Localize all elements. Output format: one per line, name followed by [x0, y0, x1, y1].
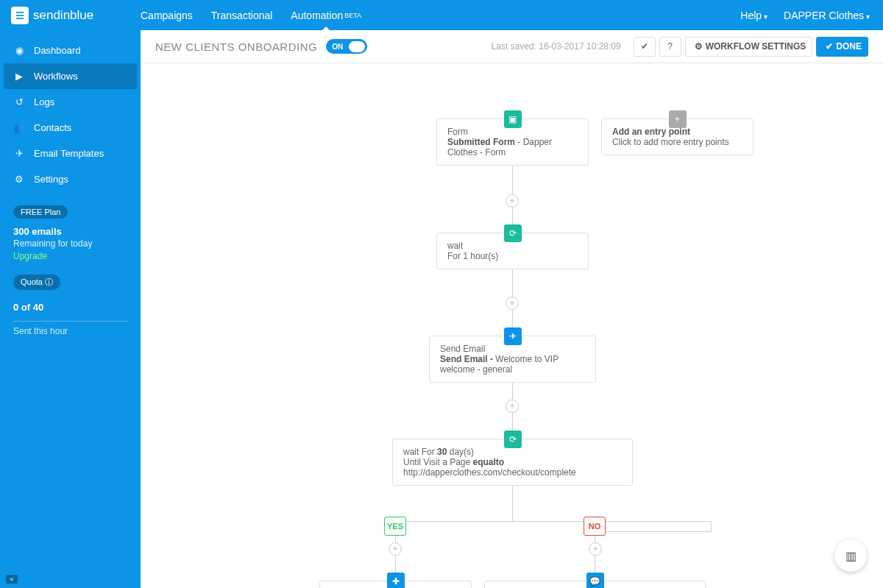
sidebar-item-settings[interactable]: ⚙Settings — [0, 166, 141, 192]
quota-pill: Quota ⓘ — [13, 274, 60, 290]
sidebar-item-logs[interactable]: ↺Logs — [0, 89, 141, 115]
sent-this-hour: Sent this hour — [0, 322, 141, 341]
wait-icon: ⟳ — [504, 431, 522, 448]
node-wait-until[interactable]: ⟳ wait For 30 day(s) Until Visit a Page … — [392, 439, 633, 486]
logs-icon: ↺ — [13, 96, 25, 107]
sms-icon: 💬 — [586, 573, 604, 588]
logo-icon — [11, 7, 29, 24]
workflow-title: NEW CLIENTS ONBOARDING — [155, 40, 317, 53]
emails-remaining: 300 emails — [13, 226, 127, 237]
remaining-label: Remaining for today — [13, 238, 127, 249]
workflow-canvas[interactable]: ▣ Form Submitted Form - Dapper Clothes -… — [141, 63, 883, 588]
sidebar-item-workflows[interactable]: ▶Workflows — [4, 63, 137, 89]
form-icon: ▣ — [504, 110, 522, 128]
brand-name: sendinblue — [33, 8, 93, 23]
plan-block: FREE Plan 300 emails Remaining for today… — [0, 192, 141, 274]
email-icon: ✈ — [13, 148, 25, 159]
nav-right: Help▾ DAPPER Clothes▾ — [740, 10, 883, 21]
node-form-submitted[interactable]: ▣ Form Submitted Form - Dapper Clothes -… — [436, 118, 589, 166]
gear-icon: ⚙ — [695, 41, 703, 52]
collapse-sidebar-button[interactable]: « — [6, 575, 18, 584]
toolbar: NEW CLIENTS ONBOARDING ON Last saved: 16… — [141, 30, 883, 63]
plan-pill: FREE Plan — [13, 205, 68, 219]
quota-value: 0 of 40 — [0, 297, 141, 315]
branch-no[interactable]: NO — [584, 517, 606, 536]
add-contact-icon: ✚ — [387, 573, 405, 588]
question-icon: ? — [667, 41, 673, 52]
sidebar: ◉Dashboard ▶Workflows ↺Logs 👥Contacts ✈E… — [0, 30, 141, 588]
node-add-contact[interactable]: ✚ Add Contact To a List Add Contact To a… — [319, 581, 472, 588]
workflow-settings-button[interactable]: ⚙WORKFLOW SETTINGS — [685, 37, 813, 57]
sidebar-item-contacts[interactable]: 👥Contacts — [0, 115, 141, 141]
top-nav: sendinblue Campaigns Transactional Autom… — [0, 0, 883, 30]
add-step-button[interactable]: + — [506, 297, 519, 310]
help-button[interactable]: ? — [659, 37, 681, 57]
contacts-icon: 👥 — [13, 122, 25, 133]
done-button[interactable]: ✔DONE — [816, 37, 868, 57]
check-icon: ✔ — [641, 41, 648, 52]
branch-yes[interactable]: YES — [384, 517, 406, 536]
toggle-knob — [349, 41, 365, 52]
nav-links: Campaigns Transactional AutomationBETA — [141, 0, 361, 30]
help-menu[interactable]: Help▾ — [740, 10, 767, 21]
dashboard-icon: ◉ — [13, 45, 25, 56]
workflows-icon: ▶ — [13, 71, 25, 82]
chevron-down-icon: ▾ — [866, 13, 870, 21]
info-icon: ⓘ — [45, 277, 53, 286]
plus-icon: + — [669, 110, 687, 128]
add-step-button[interactable]: + — [506, 400, 519, 413]
check-icon: ✔ — [826, 41, 833, 52]
node-send-email[interactable]: ✈ Send Email Send Email - Welcome to VIP… — [429, 336, 596, 383]
brand-logo[interactable]: sendinblue — [0, 7, 141, 24]
nav-automation[interactable]: AutomationBETA — [291, 0, 361, 30]
chart-icon: ▥ — [845, 549, 857, 563]
gear-icon: ⚙ — [13, 174, 25, 185]
node-wait[interactable]: ⟳ wait For 1 hour(s) — [436, 233, 589, 269]
node-add-entry-point[interactable]: + Add an entry point Click to add more e… — [601, 118, 753, 155]
nav-transactional[interactable]: Transactional — [211, 0, 273, 30]
sidebar-item-email-templates[interactable]: ✈Email Templates — [0, 141, 141, 166]
upgrade-link[interactable]: Upgrade — [13, 251, 127, 261]
node-send-sms[interactable]: 💬 Send Sms From Name - Dapper Message Co… — [484, 581, 706, 588]
nav-campaigns[interactable]: Campaigns — [141, 0, 193, 30]
confirm-button[interactable]: ✔ — [634, 37, 656, 57]
add-step-button[interactable]: + — [389, 542, 402, 556]
wait-icon: ⟳ — [504, 224, 522, 242]
stats-fab[interactable]: ▥ — [834, 539, 867, 572]
add-step-button[interactable]: + — [589, 542, 602, 556]
account-menu[interactable]: DAPPER Clothes▾ — [784, 10, 870, 21]
send-icon: ✈ — [504, 327, 522, 345]
workflow-on-toggle[interactable]: ON — [326, 39, 367, 54]
chevron-down-icon: ▾ — [764, 13, 767, 21]
sidebar-item-dashboard[interactable]: ◉Dashboard — [0, 38, 141, 63]
add-step-button[interactable]: + — [506, 194, 519, 208]
last-saved: Last saved: 16-03-2017 10:28:09 — [492, 41, 621, 52]
